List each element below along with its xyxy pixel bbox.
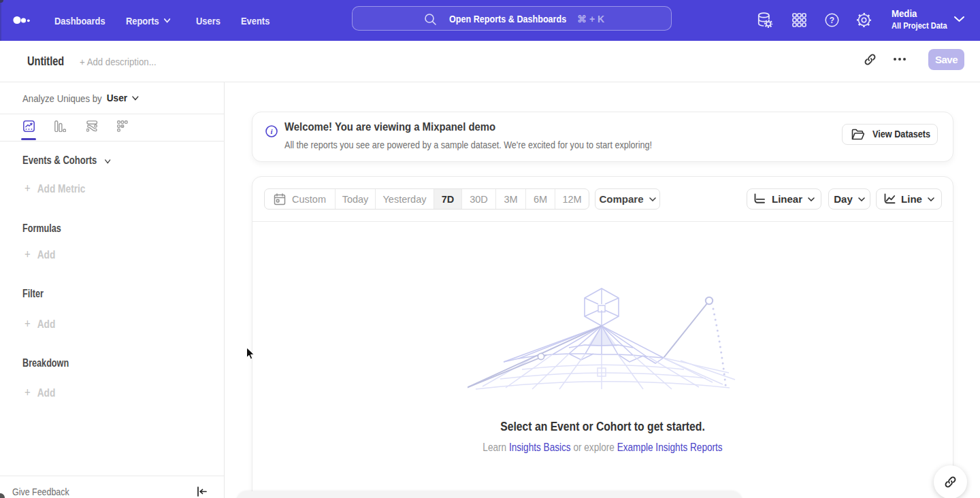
svg-text:i: i: [270, 127, 273, 135]
svg-text:?: ?: [830, 16, 834, 25]
